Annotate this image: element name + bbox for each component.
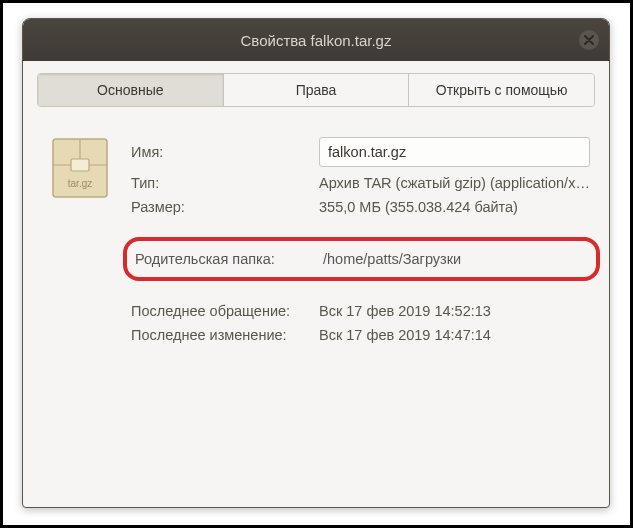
tab-permissions[interactable]: Права	[224, 74, 410, 106]
value-modified: Вск 17 фев 2019 14:47:14	[319, 327, 590, 343]
name-input[interactable]	[319, 137, 590, 167]
row-size: Размер: 355,0 МБ (355.038.424 байта)	[131, 195, 590, 219]
svg-rect-1	[71, 159, 89, 171]
close-button[interactable]	[579, 30, 599, 50]
tab-bar: Основные Права Открыть с помощью	[37, 73, 595, 107]
properties-dialog: Свойства falkon.tar.gz Основные Права От…	[22, 18, 610, 508]
window-title: Свойства falkon.tar.gz	[241, 32, 392, 49]
file-type-icon: tar.gz	[47, 133, 113, 203]
tab-content: tar.gz Имя: Тип: Архив TAR (сжатый gzip)…	[23, 107, 609, 347]
label-accessed: Последнее обращение:	[131, 303, 309, 319]
value-type: Архив TAR (сжатый gzip) (application/x…	[319, 175, 590, 191]
row-parent-folder: Родительская папка: /home/patts/Загрузки	[131, 245, 586, 273]
label-parent-folder: Родительская папка:	[135, 251, 313, 267]
label-modified: Последнее изменение:	[131, 327, 309, 343]
label-type: Тип:	[131, 175, 309, 191]
row-name: Имя:	[131, 133, 590, 171]
parent-folder-highlight: Родительская папка: /home/patts/Загрузки	[123, 237, 600, 281]
tab-basic[interactable]: Основные	[38, 74, 224, 106]
row-modified: Последнее изменение: Вск 17 фев 2019 14:…	[131, 323, 590, 347]
close-icon	[584, 35, 594, 45]
tab-open-with[interactable]: Открыть с помощью	[409, 74, 594, 106]
value-size: 355,0 МБ (355.038.424 байта)	[319, 199, 590, 215]
label-name: Имя:	[131, 144, 309, 160]
row-type: Тип: Архив TAR (сжатый gzip) (applicatio…	[131, 171, 590, 195]
file-icon-tag: tar.gz	[68, 178, 92, 189]
label-size: Размер:	[131, 199, 309, 215]
titlebar: Свойства falkon.tar.gz	[23, 19, 609, 61]
value-parent-folder: /home/patts/Загрузки	[323, 251, 582, 267]
row-accessed: Последнее обращение: Вск 17 фев 2019 14:…	[131, 299, 590, 323]
value-accessed: Вск 17 фев 2019 14:52:13	[319, 303, 590, 319]
